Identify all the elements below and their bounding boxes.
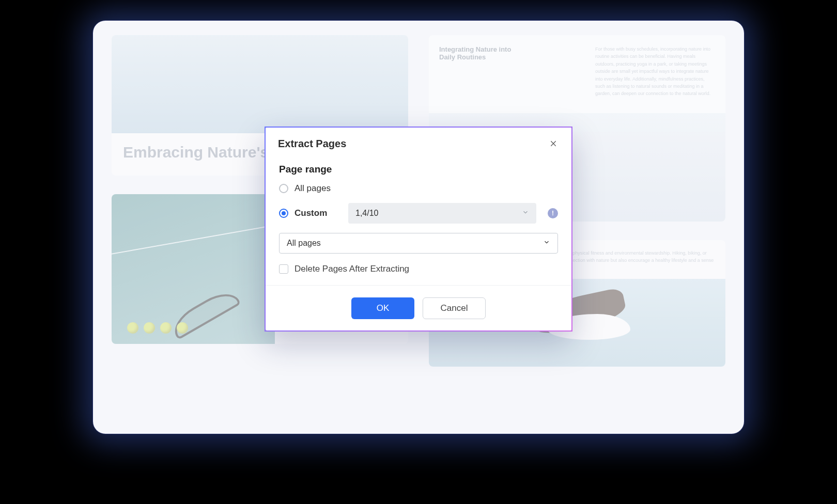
chevron-down-icon	[543, 239, 550, 248]
image-tennis	[112, 194, 275, 344]
app-window: Embracing Nature's Touch nature can sign…	[93, 21, 744, 434]
extract-pages-dialog: Extract Pages Page range All pages Custo…	[265, 127, 572, 332]
ok-button[interactable]: OK	[351, 297, 414, 319]
scope-select-value: All pages	[287, 239, 321, 248]
radio-all-pages-row[interactable]: All pages	[279, 183, 558, 194]
radio-all-pages-label: All pages	[295, 183, 331, 194]
scope-select[interactable]: All pages	[279, 233, 558, 254]
delete-after-checkbox[interactable]	[279, 264, 288, 274]
doc-heading-right: Integrating Nature into Daily Routines	[429, 35, 522, 65]
radio-all-pages[interactable]	[279, 184, 288, 193]
radio-custom[interactable]	[279, 209, 288, 218]
info-icon[interactable]: !	[548, 208, 558, 218]
doc-para-right-1: For those with busy schedules, incorpora…	[585, 35, 725, 108]
radio-custom-label: Custom	[295, 208, 327, 218]
close-button[interactable]	[547, 137, 560, 150]
image-skydivers	[112, 35, 408, 133]
chevron-down-icon	[522, 209, 529, 218]
custom-range-input[interactable]: 1,4/10	[348, 203, 536, 224]
close-icon	[549, 139, 557, 148]
delete-after-row[interactable]: Delete Pages After Extracting	[279, 264, 558, 274]
radio-custom-row[interactable]: Custom	[279, 208, 337, 218]
dialog-title: Extract Pages	[278, 138, 346, 150]
cancel-button[interactable]: Cancel	[423, 297, 486, 319]
custom-range-value: 1,4/10	[355, 209, 378, 218]
page-range-heading: Page range	[279, 164, 558, 175]
delete-after-label: Delete Pages After Extracting	[295, 264, 409, 274]
